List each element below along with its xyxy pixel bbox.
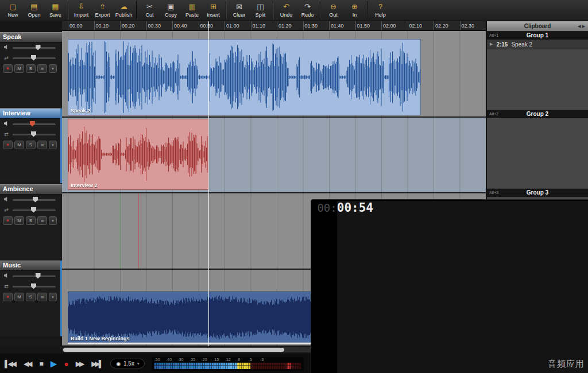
fader-button[interactable]: ≡ xyxy=(37,293,47,301)
group-2-header[interactable]: Alt+2 Group 2 xyxy=(487,110,588,118)
toolbar-group-edit: ✂ Cut ▣ Copy ▥ Paste ⊞ Insert xyxy=(139,0,224,21)
open-button[interactable]: ▤ Open xyxy=(24,0,45,21)
mute-button[interactable]: M xyxy=(14,64,24,73)
mute-button[interactable]: M xyxy=(14,293,24,301)
volume-slider[interactable] xyxy=(13,123,56,125)
track-lane-interview[interactable]: Interview 2 xyxy=(62,118,486,192)
export-arrow-icon: ⇧ xyxy=(99,3,106,11)
pan-slider-thumb[interactable] xyxy=(31,131,36,137)
clip-speak2[interactable]: Speak 2 xyxy=(68,39,421,115)
mute-button[interactable]: M xyxy=(14,141,24,149)
publish-button[interactable]: ☁ Publish xyxy=(113,0,134,21)
clip-interview2[interactable]: Interview 2 xyxy=(68,119,208,190)
speaker-volume-icon xyxy=(3,121,10,127)
fader-button[interactable]: ≡ xyxy=(37,141,47,149)
track-header-interview[interactable]: Interview ⇄ ● M S ≡ ▼ xyxy=(0,108,62,183)
clipboard-nav-arrows[interactable]: ◀▶ xyxy=(578,21,586,31)
volume-slider-thumb[interactable] xyxy=(33,197,38,203)
track-name-interview[interactable]: Interview xyxy=(0,108,62,119)
solo-button[interactable]: S xyxy=(26,293,36,301)
skip-to-start-button[interactable]: ▌◀◀ xyxy=(5,360,17,367)
skip-to-end-button[interactable]: ▶▶▌ xyxy=(91,360,103,367)
save-button[interactable]: ▦ Save xyxy=(45,0,66,21)
volume-slider[interactable] xyxy=(13,199,56,201)
save-disk-icon: ▦ xyxy=(52,3,59,11)
record-arm-button[interactable]: ● xyxy=(3,216,13,225)
fast-forward-button[interactable]: ▶▶ xyxy=(76,360,84,367)
solo-button[interactable]: S xyxy=(26,141,36,149)
rewind-button[interactable]: ◀◀ xyxy=(24,360,32,367)
import-button[interactable]: ⇩ Import xyxy=(71,0,92,21)
track-name-music[interactable]: Music xyxy=(0,261,62,271)
track-header-ambience[interactable]: Ambience ⇄ ● M S ≡ ▼ xyxy=(0,184,62,259)
group-2-body[interactable] xyxy=(487,118,588,189)
scrollbar-thumb[interactable] xyxy=(63,348,284,352)
group-3-header[interactable]: Alt+3 Group 3 xyxy=(487,189,588,197)
zoom-in-button[interactable]: ⊕ In xyxy=(344,0,365,21)
track-menu-button[interactable]: ▼ xyxy=(49,216,57,225)
paste-button[interactable]: ▥ Paste xyxy=(181,0,203,21)
group-1-body[interactable]: ▶ 2:15 Speak 2 xyxy=(487,40,588,110)
toolbar-group-file: ▢ New ▤ Open ▦ Save xyxy=(2,0,66,21)
fader-button[interactable]: ≡ xyxy=(37,64,47,73)
volume-slider-thumb[interactable] xyxy=(36,45,41,50)
pan-slider-thumb[interactable] xyxy=(31,207,36,213)
pan-slider[interactable] xyxy=(13,209,56,211)
volume-slider-thumb[interactable] xyxy=(30,121,35,127)
track-menu-button[interactable]: ▼ xyxy=(49,64,57,73)
nav-right-icon[interactable]: ▶ xyxy=(582,24,586,28)
track-name-speak[interactable]: Speak xyxy=(0,32,62,42)
track-header-speak[interactable]: Speak ⇄ ● M S ≡ ▼ xyxy=(0,21,62,107)
copy-button[interactable]: ▣ Copy xyxy=(160,0,181,21)
record-arm-button[interactable]: ● xyxy=(3,141,13,149)
nav-left-icon[interactable]: ◀ xyxy=(578,24,582,28)
pan-slider-thumb[interactable] xyxy=(31,283,36,289)
clip-label: Interview 2 xyxy=(71,182,98,188)
scissors-icon: ✂ xyxy=(146,3,153,11)
time-ruler[interactable]: 00:0000:1000:2000:3000:4000:5001:0001:10… xyxy=(62,21,486,31)
undo-button[interactable]: ↶ Undo xyxy=(276,0,297,21)
help-button[interactable]: ? Help xyxy=(370,0,391,21)
record-button[interactable]: ● xyxy=(64,360,68,368)
track-name-ambience[interactable]: Ambience xyxy=(0,184,62,195)
stop-button[interactable]: ■ xyxy=(39,360,43,367)
ruler-tick: 02:00 xyxy=(381,21,408,30)
volume-slider[interactable] xyxy=(13,47,56,49)
export-button[interactable]: ⇧ Export xyxy=(92,0,113,21)
pan-slider[interactable] xyxy=(13,134,56,135)
track-menu-button[interactable]: ▼ xyxy=(49,141,57,149)
track-header-music[interactable]: Music ⇄ ● M S ≡ ▼ xyxy=(0,261,62,336)
playhead[interactable] xyxy=(208,21,209,346)
ruler-tick: 00:50 xyxy=(199,21,225,30)
volume-slider[interactable] xyxy=(13,275,56,277)
time-hours: 00: xyxy=(317,201,336,214)
solo-button[interactable]: S xyxy=(26,216,36,225)
meter-tick-label: -3 xyxy=(260,358,272,362)
split-button[interactable]: ◫ Split xyxy=(250,0,271,21)
track-lane-speak[interactable]: Speak 2 xyxy=(62,31,486,116)
new-button[interactable]: ▢ New xyxy=(2,0,24,21)
insert-button[interactable]: ⊞ Insert xyxy=(203,0,224,21)
pan-slider[interactable] xyxy=(13,286,56,287)
track-menu-button[interactable]: ▼ xyxy=(49,293,57,301)
meter-bar-right xyxy=(154,366,301,369)
mute-button[interactable]: M xyxy=(14,216,24,225)
play-triangle-icon[interactable]: ▶ xyxy=(490,42,493,46)
cut-button[interactable]: ✂ Cut xyxy=(139,0,160,21)
zoom-out-button[interactable]: ⊖ Out xyxy=(323,0,344,21)
pan-slider[interactable] xyxy=(13,57,56,59)
fader-button[interactable]: ≡ xyxy=(37,216,47,225)
volume-slider-thumb[interactable] xyxy=(36,273,41,279)
clear-button[interactable]: ⊠ Clear xyxy=(229,0,250,21)
playback-speed-control[interactable]: ◉ 1.5x ▾ xyxy=(110,359,145,368)
solo-button[interactable]: S xyxy=(26,64,36,73)
group-1-header[interactable]: Alt+1 Group 1 xyxy=(487,32,588,40)
clipboard-header[interactable]: Clipboard ◀▶ xyxy=(487,21,588,32)
meter-tick-label: -12 xyxy=(225,358,237,362)
play-button[interactable]: ▶ xyxy=(51,359,57,368)
redo-button[interactable]: ↷ Redo xyxy=(297,0,318,21)
clipboard-item-speak2[interactable]: ▶ 2:15 Speak 2 xyxy=(487,40,588,49)
pan-slider-thumb[interactable] xyxy=(31,55,36,61)
record-arm-button[interactable]: ● xyxy=(3,293,13,301)
record-arm-button[interactable]: ● xyxy=(3,64,13,73)
